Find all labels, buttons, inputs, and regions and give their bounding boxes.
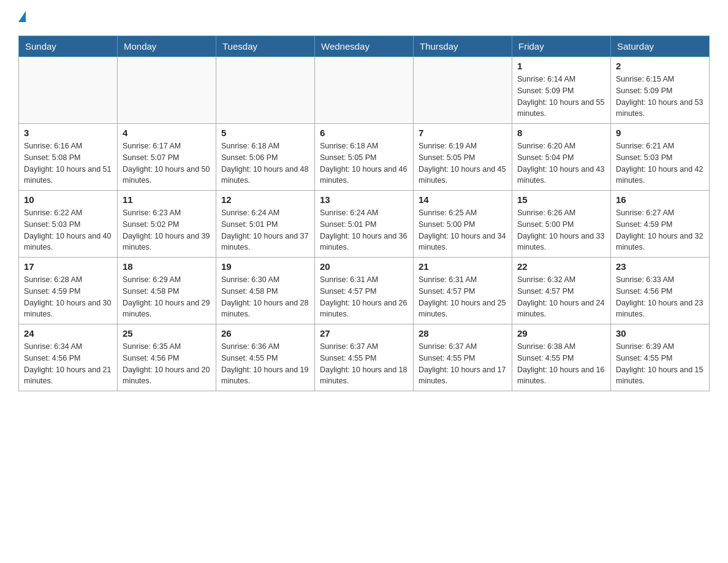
- header-monday: Monday: [118, 36, 216, 57]
- day-info: Sunrise: 6:18 AMSunset: 5:05 PMDaylight:…: [320, 140, 408, 186]
- day-info: Sunrise: 6:36 AMSunset: 4:55 PMDaylight:…: [221, 341, 309, 387]
- calendar-cell: 12Sunrise: 6:24 AMSunset: 5:01 PMDayligh…: [216, 191, 315, 258]
- calendar-cell: [414, 57, 512, 124]
- calendar-cell: 8Sunrise: 6:20 AMSunset: 5:04 PMDaylight…: [512, 124, 611, 191]
- day-number: 1: [517, 61, 605, 71]
- calendar-cell: 15Sunrise: 6:26 AMSunset: 5:00 PMDayligh…: [512, 191, 611, 258]
- day-number: 22: [517, 261, 605, 272]
- day-info: Sunrise: 6:32 AMSunset: 4:57 PMDaylight:…: [517, 274, 605, 320]
- calendar-cell: 16Sunrise: 6:27 AMSunset: 4:59 PMDayligh…: [611, 191, 710, 258]
- calendar-cell: 20Sunrise: 6:31 AMSunset: 4:57 PMDayligh…: [315, 258, 414, 324]
- day-number: 24: [24, 328, 112, 339]
- calendar-cell: 3Sunrise: 6:16 AMSunset: 5:08 PMDaylight…: [19, 124, 118, 191]
- calendar-cell: [19, 57, 118, 124]
- day-number: 26: [221, 328, 309, 339]
- calendar-cell: 28Sunrise: 6:37 AMSunset: 4:55 PMDayligh…: [414, 324, 512, 391]
- calendar-cell: 25Sunrise: 6:35 AMSunset: 4:56 PMDayligh…: [118, 324, 216, 391]
- day-number: 18: [123, 261, 211, 272]
- calendar-header-row: SundayMondayTuesdayWednesdayThursdayFrid…: [19, 36, 710, 57]
- day-number: 4: [123, 128, 211, 138]
- day-number: 19: [221, 261, 309, 272]
- calendar-cell: 7Sunrise: 6:19 AMSunset: 5:05 PMDaylight…: [414, 124, 512, 191]
- calendar-cell: 19Sunrise: 6:30 AMSunset: 4:58 PMDayligh…: [216, 258, 315, 324]
- header-tuesday: Tuesday: [216, 36, 315, 57]
- day-number: 11: [123, 194, 211, 205]
- day-number: 12: [221, 194, 309, 205]
- calendar-cell: 23Sunrise: 6:33 AMSunset: 4:56 PMDayligh…: [611, 258, 710, 324]
- header-sunday: Sunday: [19, 36, 118, 57]
- calendar-cell: [216, 57, 315, 124]
- day-info: Sunrise: 6:25 AMSunset: 5:00 PMDaylight:…: [419, 207, 507, 253]
- calendar-cell: 10Sunrise: 6:22 AMSunset: 5:03 PMDayligh…: [19, 191, 118, 258]
- header-friday: Friday: [512, 36, 611, 57]
- day-number: 8: [517, 128, 605, 138]
- day-number: 17: [24, 261, 112, 272]
- day-info: Sunrise: 6:37 AMSunset: 4:55 PMDaylight:…: [320, 341, 408, 387]
- day-number: 10: [24, 194, 112, 205]
- header-saturday: Saturday: [611, 36, 710, 57]
- day-number: 25: [123, 328, 211, 339]
- day-info: Sunrise: 6:24 AMSunset: 5:01 PMDaylight:…: [320, 207, 408, 253]
- day-info: Sunrise: 6:39 AMSunset: 4:55 PMDaylight:…: [616, 341, 704, 387]
- calendar-cell: 17Sunrise: 6:28 AMSunset: 4:59 PMDayligh…: [19, 258, 118, 324]
- calendar-week-4: 17Sunrise: 6:28 AMSunset: 4:59 PMDayligh…: [19, 258, 710, 324]
- day-number: 16: [616, 194, 704, 205]
- calendar-cell: [315, 57, 414, 124]
- calendar-cell: 29Sunrise: 6:38 AMSunset: 4:55 PMDayligh…: [512, 324, 611, 391]
- calendar-cell: 24Sunrise: 6:34 AMSunset: 4:56 PMDayligh…: [19, 324, 118, 391]
- day-info: Sunrise: 6:28 AMSunset: 4:59 PMDaylight:…: [24, 274, 112, 320]
- day-info: Sunrise: 6:37 AMSunset: 4:55 PMDaylight:…: [419, 341, 507, 387]
- calendar-cell: 6Sunrise: 6:18 AMSunset: 5:05 PMDaylight…: [315, 124, 414, 191]
- day-info: Sunrise: 6:30 AMSunset: 4:58 PMDaylight:…: [221, 274, 309, 320]
- day-number: 14: [419, 194, 507, 205]
- day-info: Sunrise: 6:16 AMSunset: 5:08 PMDaylight:…: [24, 140, 112, 186]
- day-number: 23: [616, 261, 704, 272]
- day-info: Sunrise: 6:22 AMSunset: 5:03 PMDaylight:…: [24, 207, 112, 253]
- day-info: Sunrise: 6:19 AMSunset: 5:05 PMDaylight:…: [419, 140, 507, 186]
- calendar-cell: 22Sunrise: 6:32 AMSunset: 4:57 PMDayligh…: [512, 258, 611, 324]
- day-info: Sunrise: 6:20 AMSunset: 5:04 PMDaylight:…: [517, 140, 605, 186]
- day-info: Sunrise: 6:14 AMSunset: 5:09 PMDaylight:…: [517, 74, 605, 120]
- day-number: 6: [320, 128, 408, 138]
- calendar-table: SundayMondayTuesdayWednesdayThursdayFrid…: [18, 36, 710, 391]
- day-number: 29: [517, 328, 605, 339]
- calendar-cell: 1Sunrise: 6:14 AMSunset: 5:09 PMDaylight…: [512, 57, 611, 124]
- calendar-week-2: 3Sunrise: 6:16 AMSunset: 5:08 PMDaylight…: [19, 124, 710, 191]
- day-number: 7: [419, 128, 507, 138]
- day-number: 21: [419, 261, 507, 272]
- calendar-cell: 14Sunrise: 6:25 AMSunset: 5:00 PMDayligh…: [414, 191, 512, 258]
- logo: [18, 12, 27, 23]
- calendar-cell: 27Sunrise: 6:37 AMSunset: 4:55 PMDayligh…: [315, 324, 414, 391]
- day-info: Sunrise: 6:29 AMSunset: 4:58 PMDaylight:…: [123, 274, 211, 320]
- header-thursday: Thursday: [414, 36, 512, 57]
- calendar-cell: 13Sunrise: 6:24 AMSunset: 5:01 PMDayligh…: [315, 191, 414, 258]
- day-number: 13: [320, 194, 408, 205]
- calendar-cell: 4Sunrise: 6:17 AMSunset: 5:07 PMDaylight…: [118, 124, 216, 191]
- calendar-week-5: 24Sunrise: 6:34 AMSunset: 4:56 PMDayligh…: [19, 324, 710, 391]
- calendar-week-3: 10Sunrise: 6:22 AMSunset: 5:03 PMDayligh…: [19, 191, 710, 258]
- day-info: Sunrise: 6:27 AMSunset: 4:59 PMDaylight:…: [616, 207, 704, 253]
- day-info: Sunrise: 6:21 AMSunset: 5:03 PMDaylight:…: [616, 140, 704, 186]
- day-number: 9: [616, 128, 704, 138]
- calendar-cell: 9Sunrise: 6:21 AMSunset: 5:03 PMDaylight…: [611, 124, 710, 191]
- day-number: 3: [24, 128, 112, 138]
- day-info: Sunrise: 6:31 AMSunset: 4:57 PMDaylight:…: [419, 274, 507, 320]
- day-info: Sunrise: 6:34 AMSunset: 4:56 PMDaylight:…: [24, 341, 112, 387]
- day-info: Sunrise: 6:38 AMSunset: 4:55 PMDaylight:…: [517, 341, 605, 387]
- logo-triangle-icon: [18, 11, 26, 22]
- day-info: Sunrise: 6:35 AMSunset: 4:56 PMDaylight:…: [123, 341, 211, 387]
- day-info: Sunrise: 6:26 AMSunset: 5:00 PMDaylight:…: [517, 207, 605, 253]
- day-number: 5: [221, 128, 309, 138]
- calendar-cell: 30Sunrise: 6:39 AMSunset: 4:55 PMDayligh…: [611, 324, 710, 391]
- day-number: 27: [320, 328, 408, 339]
- day-number: 15: [517, 194, 605, 205]
- header-wednesday: Wednesday: [315, 36, 414, 57]
- day-info: Sunrise: 6:23 AMSunset: 5:02 PMDaylight:…: [123, 207, 211, 253]
- day-info: Sunrise: 6:31 AMSunset: 4:57 PMDaylight:…: [320, 274, 408, 320]
- day-info: Sunrise: 6:15 AMSunset: 5:09 PMDaylight:…: [616, 74, 704, 120]
- day-info: Sunrise: 6:17 AMSunset: 5:07 PMDaylight:…: [123, 140, 211, 186]
- day-number: 30: [616, 328, 704, 339]
- day-number: 20: [320, 261, 408, 272]
- calendar-cell: 21Sunrise: 6:31 AMSunset: 4:57 PMDayligh…: [414, 258, 512, 324]
- day-info: Sunrise: 6:24 AMSunset: 5:01 PMDaylight:…: [221, 207, 309, 253]
